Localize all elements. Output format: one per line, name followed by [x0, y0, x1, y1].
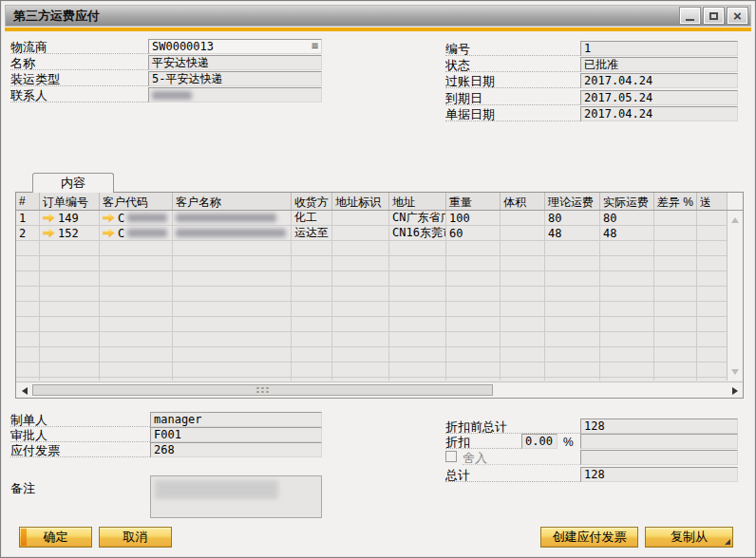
scroll-up-button[interactable]: [728, 213, 743, 227]
redacted-blur: [176, 229, 286, 237]
order-no-cell[interactable]: 152: [40, 226, 100, 241]
name-field[interactable]: 平安达快递: [148, 55, 322, 70]
empty-table-row: [16, 241, 727, 256]
weight-cell[interactable]: 100: [446, 211, 501, 226]
status-field[interactable]: 已批准: [580, 57, 738, 72]
name-label: 名称: [10, 55, 148, 70]
doc-number-label: 编号: [445, 41, 580, 56]
horizontal-scroll-thumb[interactable]: [32, 384, 493, 396]
address-cell[interactable]: CN16东莞市: [389, 226, 446, 241]
create-ap-invoice-button[interactable]: 创建应付发票: [540, 527, 638, 548]
rounding-field[interactable]: [580, 450, 738, 465]
customer-name-cell[interactable]: [173, 211, 292, 226]
customer-code-cell[interactable]: C: [100, 226, 173, 241]
scroll-down-button[interactable]: [728, 364, 743, 379]
ap-invoice-field[interactable]: 268: [150, 442, 322, 457]
accent-bar: [5, 28, 751, 31]
col-header-customer-code[interactable]: 客户代码: [100, 193, 173, 210]
actual-freight-cell[interactable]: 48: [600, 226, 654, 241]
variance-cell[interactable]: [654, 211, 697, 226]
col-header-consignee[interactable]: 收货方: [292, 193, 332, 210]
table-row[interactable]: 1 149 C 化工 CN广东省广 100 80 80: [16, 211, 727, 226]
row-num-cell: 1: [16, 211, 40, 226]
volume-cell[interactable]: [501, 226, 545, 241]
customer-code-cell[interactable]: C: [100, 211, 173, 226]
close-button[interactable]: ×: [728, 8, 747, 24]
table-header-corner: [727, 193, 743, 210]
posting-date-field[interactable]: 2017.04.24: [580, 73, 738, 88]
order-no-cell[interactable]: 149: [40, 211, 100, 226]
right-arrow-icon: [732, 387, 738, 395]
ok-button[interactable]: 确定: [19, 527, 92, 548]
theoretical-freight-cell[interactable]: 48: [545, 226, 600, 241]
link-arrow-icon[interactable]: [43, 229, 55, 238]
link-arrow-icon[interactable]: [103, 229, 115, 238]
rounding-checkbox[interactable]: [445, 451, 457, 462]
consignee-cell[interactable]: 化工: [292, 211, 332, 226]
doc-number-field[interactable]: 1: [580, 41, 738, 56]
col-header-theoretical-freight[interactable]: 理论运费: [545, 193, 600, 210]
scroll-grip-icon: [255, 386, 270, 394]
window-controls: ×: [680, 8, 750, 24]
link-arrow-icon[interactable]: [103, 214, 115, 223]
address-id-cell[interactable]: [332, 211, 389, 226]
approver-field[interactable]: F001: [150, 427, 322, 442]
tab-contents[interactable]: 内容: [32, 173, 114, 193]
vendor-field[interactable]: ≡ SW0000013: [148, 39, 322, 54]
theoretical-freight-cell[interactable]: 80: [545, 211, 600, 226]
col-header-variance-pct[interactable]: 差异 %: [654, 193, 697, 210]
left-arrow-icon: [22, 387, 28, 395]
weight-cell[interactable]: 60: [446, 226, 501, 241]
address-cell[interactable]: CN广东省广: [389, 211, 446, 226]
minimize-button[interactable]: [680, 8, 700, 24]
choose-from-list-icon[interactable]: ≡: [312, 40, 318, 52]
table-row[interactable]: 2 152 C 运达至 CN16东莞市 60 48 48: [16, 226, 727, 241]
col-header-weight[interactable]: 重量: [446, 193, 501, 210]
customer-name-cell[interactable]: [173, 226, 292, 241]
discount-percent-input[interactable]: 0.00: [521, 434, 558, 449]
table-body: 1 149 C 化工 CN广东省广 100 80 80: [16, 211, 727, 381]
due-date-field[interactable]: 2017.05.24: [580, 90, 738, 105]
horizontal-scrollbar[interactable]: [16, 381, 743, 398]
col-header-order-no[interactable]: 订单编号: [40, 193, 100, 210]
vendor-label: 物流商: [10, 39, 148, 54]
cancel-button[interactable]: 取消: [99, 527, 172, 548]
variance-cell[interactable]: [654, 226, 697, 241]
col-header-volume[interactable]: 体积: [501, 193, 545, 210]
maximize-button[interactable]: [704, 8, 724, 24]
delivery-cell[interactable]: [697, 211, 727, 226]
posting-date-label: 过账日期: [445, 73, 580, 88]
vertical-scrollbar[interactable]: [727, 211, 743, 381]
created-by-field[interactable]: manager: [150, 412, 322, 427]
percent-sign: %: [563, 436, 574, 449]
col-header-address[interactable]: 地址: [389, 193, 446, 210]
col-header-actual-freight[interactable]: 实际运费: [600, 193, 654, 210]
col-header-address-id[interactable]: 地址标识: [332, 193, 389, 210]
redacted-blur: [127, 214, 167, 222]
titlebar[interactable]: 第三方运费应付 ×: [5, 5, 751, 27]
volume-cell[interactable]: [501, 211, 545, 226]
approver-label: 审批人: [10, 427, 150, 442]
total-before-discount-field[interactable]: 128: [580, 418, 738, 434]
col-header-customer-name[interactable]: 客户名称: [173, 193, 292, 210]
discount-amount-field[interactable]: [580, 434, 738, 449]
consignee-cell[interactable]: 运达至: [292, 226, 332, 241]
scroll-left-button[interactable]: [17, 383, 31, 398]
scroll-right-button[interactable]: [728, 383, 742, 398]
remarks-textarea[interactable]: [150, 475, 322, 518]
copy-from-button[interactable]: 复制从: [645, 527, 733, 548]
col-header-delivery[interactable]: 送: [697, 193, 727, 210]
contact-label: 联系人: [10, 87, 148, 102]
shipping-type-field[interactable]: 5-平安达快递: [148, 71, 322, 86]
address-id-cell[interactable]: [332, 226, 389, 241]
due-date-label: 到期日: [445, 90, 580, 105]
document-date-field[interactable]: 2017.04.24: [580, 106, 738, 121]
contact-field[interactable]: [148, 87, 322, 102]
total-field[interactable]: 128: [580, 467, 738, 482]
empty-table-row: [16, 378, 727, 381]
link-arrow-icon[interactable]: [43, 214, 55, 223]
delivery-cell[interactable]: [697, 226, 727, 241]
col-header-num[interactable]: #: [16, 193, 40, 210]
table-header-row: # 订单编号 客户代码 客户名称 收货方 地址标识 地址 重量 体积 理论运费 …: [16, 193, 743, 211]
actual-freight-cell[interactable]: 80: [600, 211, 654, 226]
